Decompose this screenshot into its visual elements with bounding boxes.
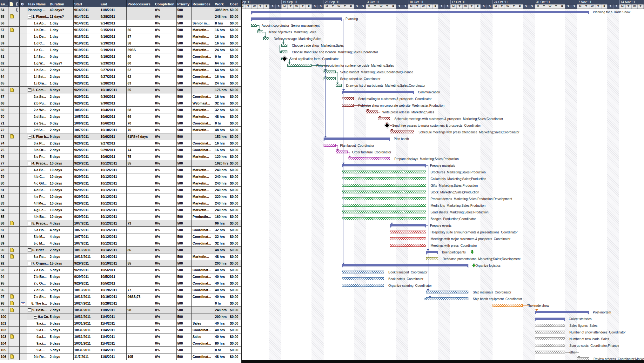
work-cell[interactable]: 240 hrs [214,173,229,180]
timeline-day-cell[interactable]: T [426,4,432,9]
cost-cell[interactable]: $0.00 [229,273,241,280]
resources-cell[interactable]: Marketin... [192,193,214,200]
end-date-cell[interactable]: 11/8/2011 [100,307,127,313]
predecessors-cell[interactable] [127,313,154,320]
row-id-cell[interactable]: 81 [0,187,9,193]
end-date-cell[interactable]: 9/14/2011 [100,20,127,27]
work-cell[interactable]: 16 hrs [214,73,229,80]
duration-cell[interactable]: 10 days [49,160,74,167]
resources-cell[interactable]: Marketin... [192,107,214,113]
end-date-cell[interactable]: 10/12/2011 [100,160,127,167]
work-cell[interactable]: 240 hrs [214,187,229,193]
row-id-cell[interactable]: 66 [0,87,9,93]
completion-cell[interactable]: 0% [154,153,177,160]
predecessors-cell[interactable]: 73 [127,220,154,227]
priority-cell[interactable]: 500 [177,320,192,327]
predecessors-cell[interactable]: 75 [127,153,154,160]
start-date-cell[interactable]: 10/31/2011 [74,347,100,353]
gantt-task-bar[interactable] [493,304,523,307]
resources-cell[interactable]: Coordinat... [192,327,214,333]
timeline-day-cell[interactable]: M [281,4,287,9]
priority-cell[interactable]: 500 [177,327,192,333]
start-date-cell[interactable]: 10/7/2011 [74,220,100,227]
priority-cell[interactable]: 500 [177,167,192,173]
row-id-cell[interactable]: 69 [0,107,9,113]
timeline-week-label[interactable]: 3 Oct '11 [366,0,408,4]
duration-cell[interactable]: 5 days [49,280,74,287]
row-id-cell[interactable]: 96 [0,287,9,293]
collapse-toggle[interactable] [34,315,37,319]
gantt-task-bar[interactable] [342,197,426,200]
gantt-task-bar[interactable] [535,351,565,353]
end-date-cell[interactable]: 9/28/2011 [100,80,127,87]
task-name-cell[interactable]: 9.a Co... [27,313,49,320]
completion-cell[interactable]: 0% [154,80,177,87]
resources-cell[interactable]: Coordinat... [192,120,214,127]
gantt-task-bar[interactable] [281,44,287,47]
duration-cell[interactable]: 10 days [49,193,74,200]
table-row[interactable]: 1069.b Re...2 days11/7/201111/8/20111050… [0,353,241,360]
end-date-cell[interactable]: 10/12/2011 [100,167,127,173]
task-name-cell[interactable]: 4. Prepa... [27,160,49,167]
resources-cell[interactable]: Coordinat... [192,233,214,240]
predecessors-cell[interactable]: 57 [127,33,154,40]
priority-cell[interactable]: 500 [177,267,192,273]
end-date-cell[interactable]: 11/4/2011 [100,313,127,320]
predecessors-cell[interactable] [127,187,154,193]
row-id-cell[interactable]: 67 [0,93,9,100]
work-cell[interactable]: 96 hrs [214,220,229,227]
cost-cell[interactable]: $0.00 [229,60,241,67]
priority-cell[interactable]: 500 [177,160,192,167]
gantt-summary-bar[interactable] [535,311,589,313]
cost-cell[interactable]: $0.00 [229,33,241,40]
timeline-day-cell[interactable]: S [396,4,402,9]
gantt-task-bar[interactable] [324,144,336,147]
duration-cell[interactable]: 4 days [49,220,74,227]
cost-cell[interactable]: $0.00 [229,287,241,293]
timeline-week-label[interactable]: 17 Oct '11 [450,0,493,4]
duration-cell[interactable]: 5 days [49,327,74,333]
table-row[interactable]: 977.e Sh...5 days10/13/201110/19/201196S… [0,293,241,300]
table-row[interactable]: 682.b Pu...2 days9/29/20119/30/20110%500… [0,100,241,107]
timeline-day-cell[interactable]: T [595,4,601,9]
predecessors-cell[interactable]: 60 [127,53,154,60]
start-date-cell[interactable]: 9/29/2011 [74,260,100,267]
row-id-cell[interactable]: 77 [0,160,9,167]
start-date-cell[interactable]: 9/14/2011 [74,20,100,27]
resources-cell[interactable]: Coordinat... [192,293,214,300]
cost-cell[interactable]: $0.00 [229,153,241,160]
resources-cell[interactable] [192,313,214,320]
duration-cell[interactable]: 4 days [49,227,74,233]
start-date-cell[interactable]: 9/29/2011 [74,273,100,280]
completion-cell[interactable]: 0% [154,27,177,33]
work-cell[interactable]: 240 hrs [214,200,229,207]
timeline-day-cell[interactable]: W [251,4,257,9]
duration-cell[interactable]: 10 days [49,167,74,173]
task-name-cell[interactable]: 6.a Re... [27,253,49,260]
duration-cell[interactable]: 10 days [49,207,74,213]
duration-cell[interactable]: 2 days [49,67,74,73]
row-id-cell[interactable]: 73 [0,133,9,140]
priority-cell[interactable]: 500 [177,140,192,147]
end-date-cell[interactable]: 11/4/2011 [100,347,127,353]
completion-cell[interactable]: 0% [154,87,177,93]
timeline-day-cell[interactable]: S [529,4,535,9]
task-name-cell[interactable]: 2.e Se... [27,120,49,127]
timeline-day-cell[interactable]: T [541,4,547,9]
timeline-week-label[interactable]: Sep '11 [242,0,281,4]
priority-cell[interactable]: 500 [177,333,192,340]
table-row[interactable]: 774. Prepa...10 days9/29/201110/12/20115… [0,160,241,167]
collapse-toggle[interactable] [28,15,31,18]
task-name-cell[interactable]: 9.a.i... [27,320,49,327]
predecessors-cell[interactable]: 70 [127,127,154,133]
cost-cell[interactable]: $0.00 [229,220,241,227]
task-name-cell[interactable]: 7. Organ... [27,260,49,267]
row-id-cell[interactable]: 93 [0,267,9,273]
timeline-day-cell[interactable]: W [547,4,553,9]
completion-cell[interactable]: 0% [154,213,177,220]
completion-cell[interactable]: 0% [154,173,177,180]
timeline-day-cell[interactable]: F [390,4,396,9]
completion-cell[interactable]: 0% [154,120,177,127]
completion-cell[interactable]: 0% [154,280,177,287]
cost-cell[interactable]: $0.00 [229,167,241,173]
